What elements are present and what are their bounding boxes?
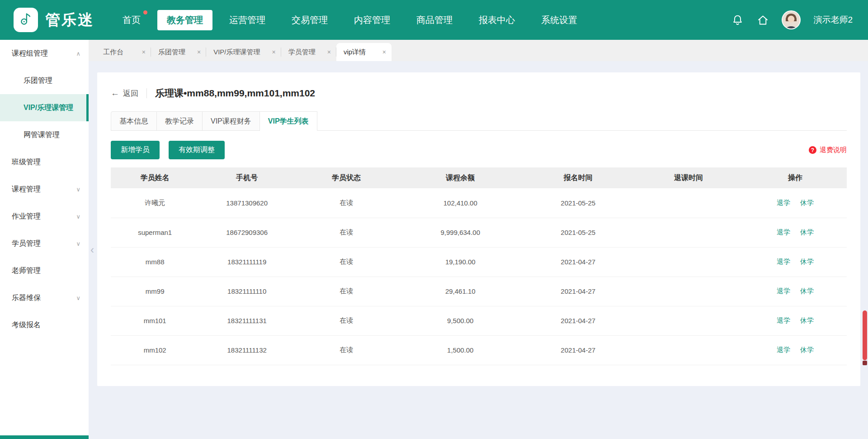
close-icon[interactable]: × bbox=[197, 48, 201, 56]
close-icon[interactable]: × bbox=[142, 48, 146, 56]
page-tab-vip-theory-course-management[interactable]: VIP/乐理课管理 × bbox=[206, 43, 281, 61]
cell-status: 在读 bbox=[295, 306, 398, 335]
withdraw-link[interactable]: 退学 bbox=[777, 258, 790, 265]
cell-enroll-date: 2021-04-27 bbox=[523, 306, 633, 335]
nav-item-reports[interactable]: 报表中心 bbox=[469, 10, 524, 30]
suspend-link[interactable]: 休学 bbox=[800, 346, 814, 353]
sidebar-item-instrument-maintenance[interactable]: 乐器维保 ∨ bbox=[0, 284, 89, 311]
chevron-down-icon: ∨ bbox=[76, 240, 80, 247]
sidebar-item-online-course-management[interactable]: 网管课管理 bbox=[0, 121, 89, 148]
refund-note-link[interactable]: ? 退费说明 bbox=[809, 146, 847, 154]
withdraw-link[interactable]: 退学 bbox=[777, 228, 790, 236]
chevron-down-icon: ∨ bbox=[76, 213, 80, 220]
sidebar-item-teacher-management[interactable]: 老师管理 bbox=[0, 257, 89, 284]
cell-phone: 18321111132 bbox=[199, 335, 295, 365]
col-header-course-balance: 课程余额 bbox=[398, 167, 523, 188]
withdraw-link[interactable]: 退学 bbox=[777, 199, 790, 206]
back-button[interactable]: ← 返回 bbox=[111, 88, 138, 99]
nav-item-products[interactable]: 商品管理 bbox=[407, 10, 462, 30]
nav-item-transactions[interactable]: 交易管理 bbox=[282, 10, 337, 30]
sidebar-item-vip-theory-course-management[interactable]: VIP/乐理课管理 bbox=[0, 94, 89, 121]
cell-phone: 18672909306 bbox=[199, 218, 295, 247]
cell-student-name: mm88 bbox=[111, 247, 199, 277]
table-row: 许曦元 13871309620 在读 102,410.00 2021-05-25… bbox=[111, 188, 847, 218]
suspend-link[interactable]: 休学 bbox=[800, 258, 814, 265]
add-student-button[interactable]: 新增学员 bbox=[111, 141, 160, 159]
close-icon[interactable]: × bbox=[272, 48, 276, 56]
detail-card: ← 返回 乐理课•mm88,mm99,mm101,mm102 基本信息 教学记录… bbox=[97, 72, 860, 386]
cell-actions: 退学 休学 bbox=[744, 188, 847, 218]
cell-student-name: mm101 bbox=[111, 306, 199, 335]
cell-quit-date bbox=[633, 247, 744, 277]
top-bar-right: 演示老师2 bbox=[731, 10, 868, 29]
cell-actions: 退学 休学 bbox=[744, 306, 847, 335]
back-arrow-icon: ← bbox=[111, 88, 119, 98]
cell-quit-date bbox=[633, 188, 744, 218]
sidebar-collapse-handle[interactable]: ‹ bbox=[88, 240, 96, 260]
sidebar-item-class-management[interactable]: 班级管理 bbox=[0, 148, 89, 176]
sidebar-bottom-accent bbox=[0, 435, 89, 439]
col-header-actions: 操作 bbox=[744, 167, 847, 188]
current-user-name[interactable]: 演示老师2 bbox=[813, 14, 853, 26]
nav-item-academic[interactable]: 教务管理 bbox=[157, 10, 212, 30]
suspend-link[interactable]: 休学 bbox=[800, 316, 814, 324]
cell-enroll-date: 2021-05-25 bbox=[523, 188, 633, 218]
tab-vip-course-finance[interactable]: VIP课程财务 bbox=[203, 111, 260, 131]
sidebar-item-orchestra-management[interactable]: 乐团管理 bbox=[0, 67, 89, 94]
vertical-scrollbar-thumb-end[interactable] bbox=[863, 361, 867, 365]
table-row: mm99 18321111110 在读 29,461.10 2021-04-27… bbox=[111, 277, 847, 306]
col-header-phone: 手机号 bbox=[199, 167, 295, 188]
close-icon[interactable]: × bbox=[327, 48, 331, 56]
nav-item-home[interactable]: 首页 bbox=[113, 10, 150, 30]
cell-status: 在读 bbox=[295, 247, 398, 277]
sidebar-item-course-management[interactable]: 课程管理 ∨ bbox=[0, 176, 89, 203]
bell-icon[interactable] bbox=[731, 14, 744, 26]
withdraw-link[interactable]: 退学 bbox=[777, 316, 790, 324]
avatar[interactable] bbox=[782, 10, 801, 29]
sidebar-item-homework-management[interactable]: 作业管理 ∨ bbox=[0, 203, 89, 230]
chevron-up-icon: ∧ bbox=[76, 50, 80, 57]
chevron-down-icon: ∨ bbox=[76, 295, 80, 301]
detail-tabs: 基本信息 教学记录 VIP课程财务 VIP学生列表 bbox=[111, 111, 847, 131]
withdraw-link[interactable]: 退学 bbox=[777, 287, 790, 295]
nav-item-content[interactable]: 内容管理 bbox=[344, 10, 400, 30]
suspend-link[interactable]: 休学 bbox=[800, 287, 814, 295]
cell-phone: 18321111110 bbox=[199, 277, 295, 306]
tab-teaching-records[interactable]: 教学记录 bbox=[157, 111, 203, 131]
sidebar-item-course-group-management[interactable]: 课程组管理 ∧ bbox=[0, 40, 89, 67]
suspend-link[interactable]: 休学 bbox=[800, 228, 814, 236]
sidebar-item-grade-exam-registration[interactable]: 考级报名 bbox=[0, 311, 89, 339]
close-icon[interactable]: × bbox=[382, 48, 386, 56]
col-header-student-name: 学员姓名 bbox=[111, 167, 199, 188]
brand: 管乐迷 bbox=[0, 8, 113, 32]
detail-header: ← 返回 乐理课•mm88,mm99,mm101,mm102 bbox=[111, 87, 847, 100]
cell-balance: 102,410.00 bbox=[398, 188, 523, 218]
validity-adjust-button[interactable]: 有效期调整 bbox=[169, 141, 225, 159]
table-header-row: 学员姓名 手机号 学员状态 课程余额 报名时间 退课时间 操作 bbox=[111, 167, 847, 188]
withdraw-link[interactable]: 退学 bbox=[777, 346, 790, 353]
page-tab-student-management[interactable]: 学员管理 × bbox=[281, 43, 336, 61]
nav-item-settings[interactable]: 系统设置 bbox=[532, 10, 587, 30]
tab-basic-info[interactable]: 基本信息 bbox=[111, 111, 157, 131]
cell-balance: 9,500.00 bbox=[398, 306, 523, 335]
page-tab-workbench[interactable]: 工作台 × bbox=[96, 43, 151, 61]
nav-item-operations[interactable]: 运营管理 bbox=[220, 10, 275, 30]
top-navigation: 首页 教务管理 运营管理 交易管理 内容管理 商品管理 报表中心 系统设置 bbox=[113, 10, 587, 30]
cell-balance: 9,999,634.00 bbox=[398, 218, 523, 247]
cell-student-name: superman1 bbox=[111, 218, 199, 247]
suspend-link[interactable]: 休学 bbox=[800, 199, 814, 206]
cell-quit-date bbox=[633, 218, 744, 247]
home-icon[interactable] bbox=[756, 14, 769, 26]
sidebar: 课程组管理 ∧ 乐团管理 VIP/乐理课管理 网管课管理 班级管理 课程管理 ∨… bbox=[0, 40, 89, 439]
tab-vip-student-list[interactable]: VIP学生列表 bbox=[260, 111, 317, 131]
vertical-scrollbar-thumb[interactable] bbox=[863, 310, 867, 360]
cell-enroll-date: 2021-04-27 bbox=[523, 335, 633, 365]
app-logo[interactable] bbox=[14, 8, 38, 32]
page-tab-orchestra-management[interactable]: 乐团管理 × bbox=[151, 43, 206, 61]
cell-quit-date bbox=[633, 335, 744, 365]
cell-student-name: mm99 bbox=[111, 277, 199, 306]
sidebar-item-student-management[interactable]: 学员管理 ∨ bbox=[0, 230, 89, 257]
notification-dot-icon bbox=[143, 10, 147, 14]
col-header-student-status: 学员状态 bbox=[295, 167, 398, 188]
page-tab-vip-detail[interactable]: vip详情 × bbox=[336, 43, 392, 61]
